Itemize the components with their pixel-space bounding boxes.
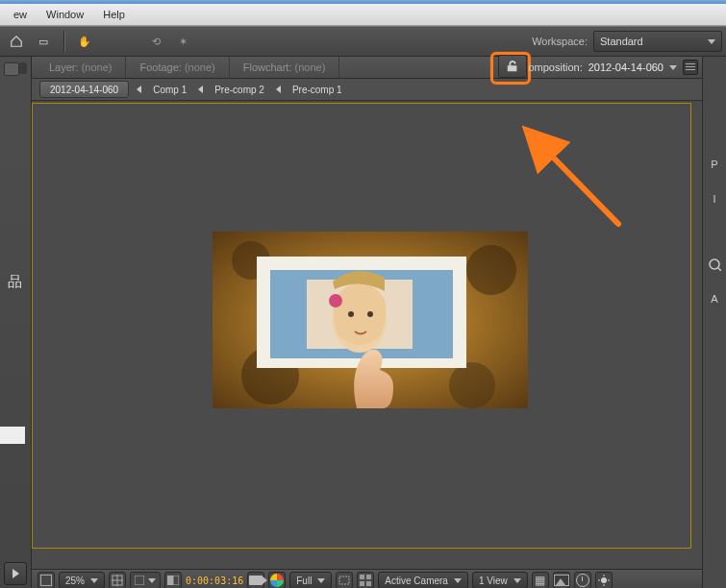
chevron-down-icon [148,578,156,583]
channel-button[interactable] [268,572,286,588]
zoom-value: 25% [65,576,85,586]
right-panel-strip: P I A [702,57,726,588]
tab-layer[interactable]: Layer: (none) [36,57,126,78]
app-body: 品 Layer: (none) Footage: (none) Flowchar… [0,57,726,588]
chevron-down-icon [708,39,715,44]
mask-toggle-button[interactable] [164,572,182,588]
chevron-down-icon [454,578,462,583]
menu-item-help[interactable]: Help [93,4,135,25]
tab-composition-label: omposition: [528,61,582,73]
viewer-tabs: Layer: (none) Footage: (none) Flowchart:… [32,57,702,79]
svg-point-9 [348,311,354,317]
star-icon: ✶ [179,36,188,48]
tool-star-icon[interactable]: ✶ [172,31,193,52]
svg-point-10 [367,311,373,317]
view-count-dropdown[interactable]: 1 View [472,572,528,588]
breadcrumb: 2012-04-14-060 Comp 1 Pre-comp 2 Pre-com… [32,79,702,101]
svg-point-2 [466,245,516,295]
breadcrumb-item[interactable]: Pre-comp 1 [288,85,346,95]
menu-item-window[interactable]: Window [37,4,93,25]
transparency-grid-icon [360,575,371,586]
menu-item-view[interactable]: ew [4,4,37,25]
viewer-status-bar: 25% 0:00:03:16 Full Active Camera 1 View [32,569,702,588]
center-column: Layer: (none) Footage: (none) Flowchart:… [32,57,702,588]
workspace-value: Standard [600,36,643,47]
svg-rect-16 [135,576,144,585]
svg-point-11 [329,294,342,307]
tab-flowchart-label: Flowchart: [243,61,292,73]
left-panel-strip: 品 [0,57,32,588]
tool-rotate-icon[interactable]: ⟲ [145,31,166,52]
rotate-icon: ⟲ [152,36,161,48]
left-panel-tab-menu-icon[interactable] [19,62,27,74]
roi-button[interactable] [336,572,353,588]
svg-point-4 [449,362,495,408]
menu-bar: ew Window Help [0,4,726,26]
camera-dropdown[interactable]: Active Camera [378,572,468,588]
tab-footage-value: (none) [185,61,215,73]
chevron-down-icon [317,578,325,583]
exposure-button[interactable] [595,572,613,588]
timeline-button[interactable] [574,572,591,588]
panel-menu-icon[interactable] [683,60,698,75]
tool-home-icon[interactable] [6,31,27,52]
breadcrumb-root[interactable]: 2012-04-14-060 [39,81,129,98]
left-panel-tab[interactable] [4,62,19,76]
select-rect-icon: ▭ [38,36,48,48]
grid-dropdown[interactable] [130,572,161,588]
svg-rect-19 [339,576,349,584]
resolution-dropdown[interactable]: Full [289,572,332,588]
view-count-value: 1 View [479,576,508,586]
color-wheel-icon [270,574,284,587]
viewer-lock-button[interactable] [498,55,527,78]
snapshot-button[interactable] [247,572,264,588]
tab-footage-label: Footage: [139,61,181,73]
zoom-dropdown[interactable]: 25% [59,572,105,588]
guides-button[interactable] [109,572,126,588]
chevron-down-icon [90,578,98,583]
chevron-left-icon [198,86,203,93]
right-panel-tab[interactable]: P [704,153,725,176]
breadcrumb-item[interactable]: Pre-comp 2 [211,85,268,95]
right-panel-tab[interactable]: A [704,287,725,310]
chevron-left-icon [137,86,141,93]
viewer-canvas[interactable] [32,101,702,569]
tool-select-icon[interactable]: ▭ [33,31,54,52]
breadcrumb-item[interactable]: Comp 1 [149,85,190,95]
workspace-label: Workspace: [532,36,588,47]
mountain-icon [554,575,569,586]
transparency-grid-button[interactable] [357,572,374,588]
tab-flowchart[interactable]: Flowchart: (none) [230,57,340,78]
pixel-aspect-button[interactable]: ▦ [532,572,549,588]
chevron-left-icon [276,86,281,93]
camera-icon [249,576,263,585]
play-button[interactable] [4,562,27,585]
lock-icon [506,60,519,73]
chevron-down-icon [513,578,521,583]
preview-image [213,232,528,408]
clock-icon [576,574,589,587]
tab-composition[interactable]: omposition: 2012-04-14-060 [528,57,698,78]
right-panel-tab[interactable] [704,253,725,276]
alpha-toggle-button[interactable] [38,572,55,588]
svg-rect-17 [167,576,173,585]
tool-hand-icon[interactable]: ✋ [74,31,95,52]
tool-separator [63,31,64,52]
timecode-display[interactable]: 0:00:03:16 [186,576,243,586]
workspace-dropdown[interactable]: Standard [593,31,722,52]
fast-preview-button[interactable] [553,572,570,588]
tab-footage[interactable]: Footage: (none) [126,57,229,78]
svg-point-25 [710,259,719,269]
hand-icon: ✋ [78,36,91,48]
chevron-down-icon [669,65,677,70]
camera-value: Active Camera [385,576,448,586]
tab-layer-label: Layer: [49,61,79,73]
svg-line-26 [718,268,721,271]
right-panel-tab[interactable]: I [704,187,725,210]
tab-flowchart-value: (none) [295,61,326,73]
svg-rect-18 [173,576,179,585]
workspace-switcher: Workspace: Standard [532,31,722,52]
hierarchy-icon[interactable]: 品 [6,274,23,289]
tab-composition-value: 2012-04-14-060 [588,61,663,73]
svg-point-20 [601,577,607,583]
